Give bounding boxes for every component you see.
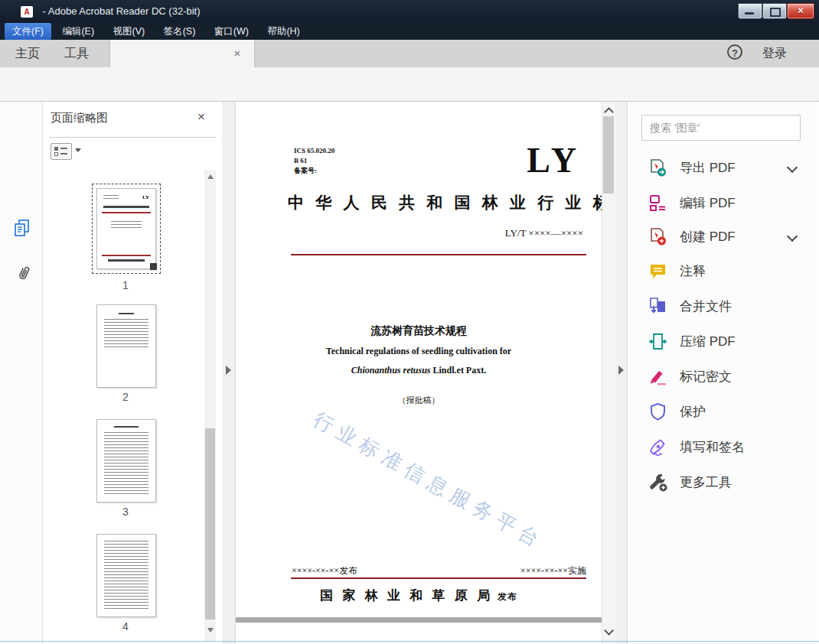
page-thumbnails-panel: 页面缩略图 × LY 1 2 3 4 [43, 102, 222, 644]
create-pdf-icon [648, 226, 668, 247]
tool-combine-files[interactable]: 合并文件 [641, 294, 811, 320]
tab-home[interactable]: 主页 [9, 40, 46, 67]
maximize-button[interactable] [762, 3, 787, 19]
help-icon[interactable]: ? [727, 44, 742, 60]
acrobat-app-icon: A [21, 6, 33, 18]
tool-export-pdf[interactable]: 导出 PDF [641, 155, 811, 181]
right-panel-gutter [615, 102, 628, 644]
document-view[interactable]: ICS 65.020.20 B 61 备案号: LY 中 华 人 民 共 和 国… [236, 102, 602, 644]
more-tools-wrench-icon [648, 472, 668, 493]
protect-shield-icon [648, 402, 668, 422]
left-navigation-rail [0, 102, 43, 644]
ics-codes: ICS 65.020.20 B 61 备案号: [294, 146, 334, 176]
combine-files-icon [648, 296, 668, 317]
scroll-up-arrow-icon[interactable] [207, 174, 214, 179]
main-toolbar: ☆ / 7 52.3% [0, 67, 819, 102]
menu-view[interactable]: 视图(V) [106, 23, 153, 40]
window-border [0, 641, 819, 644]
redact-icon [648, 366, 668, 387]
menu-help[interactable]: 帮助(H) [259, 23, 307, 40]
tool-more-tools[interactable]: 更多工具 [641, 470, 811, 496]
thumbnail-options-dropdown-icon[interactable] [75, 148, 81, 152]
document-title-en: Technical regulations of seedling cultiv… [236, 346, 602, 357]
footer-rule [291, 577, 586, 579]
watermark-text: 行业标准信息服务平台 [308, 406, 549, 555]
thumbnail-label-1: 1 [96, 279, 155, 291]
thumbnail-page-1[interactable]: LY [96, 188, 156, 269]
thumbnail-options-button[interactable] [51, 143, 72, 160]
window-border [0, 40, 2, 644]
tool-comment[interactable]: 注释 [641, 259, 811, 285]
thumbnail-page-3[interactable] [96, 419, 156, 503]
comment-tool-icon [648, 261, 668, 281]
publisher-line: 国 家 林 业 和 草 原 局发布 [236, 587, 602, 604]
acrobat-window: A - Adobe Acrobat Reader DC (32-bit) × 文… [0, 0, 819, 644]
thumbnail-page-2[interactable] [96, 304, 156, 388]
standard-number: LY/T ××××—×××× [505, 227, 583, 239]
export-pdf-icon [648, 158, 668, 178]
panel-title: 页面缩略图 [51, 111, 108, 125]
implementation-date: ××××-××-××实施 [520, 564, 586, 577]
panel-close-icon[interactable]: × [193, 109, 210, 125]
left-panel-collapse-handle[interactable] [226, 366, 231, 375]
standard-name: 中 华 人 民 共 和 国 林 业 行 业 标 准 [288, 192, 591, 213]
menu-sign[interactable]: 签名(S) [156, 23, 204, 40]
thumbnail-scrollbar-thumb[interactable] [205, 428, 215, 620]
draft-note: （报批稿） [236, 395, 602, 406]
right-panel-collapse-handle[interactable] [618, 366, 624, 375]
panel-divider [49, 137, 217, 138]
menu-bar: 文件(F) 编辑(E) 视图(V) 签名(S) 窗口(W) 帮助(H) [0, 23, 819, 40]
thumbnail-label-2: 2 [96, 391, 155, 403]
left-panel-gutter [222, 102, 236, 644]
menu-window[interactable]: 窗口(W) [207, 23, 256, 40]
thumbnail-label-4: 4 [96, 620, 155, 633]
scroll-down-arrow-icon[interactable] [207, 628, 214, 633]
page-thumbnails-icon[interactable] [12, 218, 32, 238]
pdf-page-1: ICS 65.020.20 B 61 备案号: LY 中 华 人 民 共 和 国… [236, 102, 602, 617]
thumbnail-handle[interactable] [150, 263, 157, 270]
menu-file[interactable]: 文件(F) [5, 23, 51, 40]
edit-pdf-icon [648, 193, 668, 213]
document-title-species: Chionanthus retusus Lindl.et Paxt. [236, 365, 602, 376]
issue-date: ××××-××-××发布 [292, 564, 357, 577]
menu-edit[interactable]: 编辑(E) [54, 23, 102, 40]
close-button[interactable]: × [787, 3, 814, 19]
tools-panel: 导出 PDF 编辑 PDF 创建 PDF 注释 合并 [628, 102, 817, 644]
title-bar: A - Adobe Acrobat Reader DC (32-bit) × [0, 0, 819, 23]
tool-redact[interactable]: 标记密文 [641, 364, 811, 390]
maximize-icon [770, 8, 781, 17]
thumbnail-page-4[interactable] [96, 534, 156, 617]
window-title: - Adobe Acrobat Reader DC (32-bit) [40, 0, 201, 23]
compress-pdf-icon [648, 331, 668, 352]
attachments-paperclip-icon[interactable] [14, 264, 34, 284]
chevron-down-icon[interactable] [787, 162, 798, 173]
document-scrollbar-thumb[interactable] [603, 116, 614, 194]
chevron-down-icon[interactable] [787, 231, 798, 242]
page-separator [236, 617, 602, 623]
tools-search-input[interactable] [641, 115, 801, 141]
tool-create-pdf[interactable]: 创建 PDF [641, 224, 811, 250]
tab-tools[interactable]: 工具 [58, 40, 95, 67]
close-icon: × [788, 5, 814, 16]
thumbnail-label-3: 3 [96, 506, 155, 518]
sign-in-button[interactable]: 登录 [762, 44, 787, 63]
header-rule [291, 254, 586, 255]
standard-logo: LY [527, 140, 580, 181]
minimize-button[interactable] [738, 3, 762, 19]
tool-edit-pdf[interactable]: 编辑 PDF [641, 190, 811, 216]
tab-bar: 主页 工具 × [0, 40, 819, 67]
document-title-cn: 流苏树育苗技术规程 [236, 324, 602, 338]
tab-close-icon[interactable]: × [230, 46, 245, 61]
tool-fill-sign[interactable]: 填写和签名 [641, 434, 811, 460]
tool-compress-pdf[interactable]: 压缩 PDF [641, 329, 811, 355]
fill-sign-icon [648, 437, 668, 457]
tool-protect[interactable]: 保护 [641, 399, 811, 425]
minimize-icon [745, 12, 754, 15]
